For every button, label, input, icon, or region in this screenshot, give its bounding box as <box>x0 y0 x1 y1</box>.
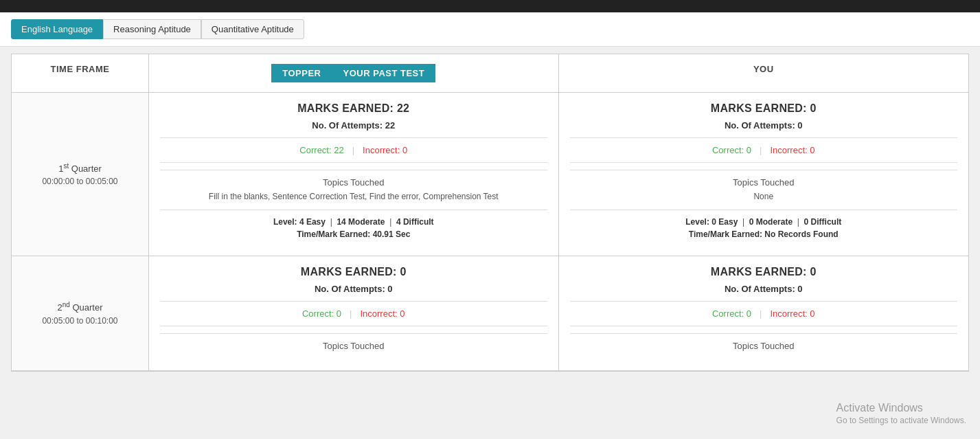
you-correct-incorrect-2: Correct: 0 | Incorrect: 0 <box>570 301 958 326</box>
topper-topics-1: Topics Touched Fill in the blanks, Sente… <box>160 170 547 210</box>
tab-english[interactable]: English Language <box>11 19 103 39</box>
you-divider-1: | <box>760 145 762 155</box>
topper-cell-1: MARKS EARNED: 22 No. Of Attempts: 22 Cor… <box>149 93 559 256</box>
topper-topics-title-1: Topics Touched <box>160 177 547 188</box>
time-cell-1: 1st Quarter 00:00:00 to 00:05:00 <box>12 93 149 256</box>
topper-incorrect-2: Incorrect: 0 <box>360 308 404 319</box>
you-correct-incorrect-1: Correct: 0 | Incorrect: 0 <box>570 137 958 163</box>
you-topics-1: Topics Touched None <box>570 170 958 210</box>
topper-attempts-2: No. Of Attempts: 0 <box>160 284 547 294</box>
quarter-1-suffix: st <box>63 162 69 170</box>
time-range-2: 00:05:00 to 00:10:00 <box>42 316 117 326</box>
you-divider-2: | <box>760 308 762 319</box>
you-correct-2: Correct: 0 <box>712 308 751 319</box>
header-time-frame: TIME FRAME <box>12 54 149 92</box>
data-row-2: 2nd Quarter 00:05:00 to 00:10:00 MARKS E… <box>12 256 968 371</box>
you-correct-1: Correct: 0 <box>712 145 751 155</box>
topper-correct-incorrect-1: Correct: 22 | Incorrect: 0 <box>160 137 547 163</box>
you-incorrect-1: Incorrect: 0 <box>770 145 814 155</box>
time-range-1: 00:00:00 to 00:05:00 <box>42 177 117 186</box>
topper-correct-1: Correct: 22 <box>299 145 343 155</box>
you-cell-1: MARKS EARNED: 0 No. Of Attempts: 0 Corre… <box>559 93 969 256</box>
top-bar <box>0 0 980 12</box>
topper-level-text-1: Level: 4 Easy | 14 Moderate | 4 Difficul… <box>160 217 547 227</box>
header-row: TIME FRAME TOPPER YOUR PAST TEST YOU <box>12 54 968 93</box>
you-cell-2: MARKS EARNED: 0 No. Of Attempts: 0 Corre… <box>559 256 969 370</box>
you-marks-1: MARKS EARNED: 0 <box>570 102 958 115</box>
topper-time-mark-1: Time/Mark Earned: 40.91 Sec <box>160 229 547 239</box>
topper-cell-2: MARKS EARNED: 0 No. Of Attempts: 0 Corre… <box>149 256 559 370</box>
topper-incorrect-1: Incorrect: 0 <box>363 145 407 155</box>
topper-label: TOPPER <box>271 64 332 82</box>
you-incorrect-2: Incorrect: 0 <box>770 308 814 319</box>
you-level-text-1: Level: 0 Easy | 0 Moderate | 0 Difficult <box>570 217 958 227</box>
topper-correct-2: Correct: 0 <box>302 308 341 319</box>
topper-attempts-1: No. Of Attempts: 22 <box>160 120 547 131</box>
header-you: YOU <box>559 54 969 92</box>
data-row-1: 1st Quarter 00:00:00 to 00:05:00 MARKS E… <box>12 93 968 256</box>
quarter-2-label: 2nd Quarter <box>57 301 102 313</box>
main-table: TIME FRAME TOPPER YOUR PAST TEST YOU 1st… <box>11 54 969 372</box>
you-attempts-1: No. Of Attempts: 0 <box>570 120 958 131</box>
tabs-container: English LanguageReasoning AptitudeQuanti… <box>0 12 980 47</box>
topper-marks-2: MARKS EARNED: 0 <box>160 266 547 278</box>
you-topics-title-1: Topics Touched <box>570 177 958 188</box>
topper-topics-list-1: Fill in the blanks, Sentence Correction … <box>160 190 547 203</box>
topper-topics-title-2: Topics Touched <box>160 341 547 351</box>
quarter-1-label: 1st Quarter <box>58 162 102 174</box>
topper-level-1: Level: 4 Easy | 14 Moderate | 4 Difficul… <box>160 210 547 246</box>
you-topics-title-2: Topics Touched <box>570 341 958 351</box>
past-test-label: YOUR PAST TEST <box>332 64 436 82</box>
divider-1: | <box>352 145 354 155</box>
tab-quantitative[interactable]: Quantitative Aptitude <box>201 19 304 39</box>
you-attempts-2: No. Of Attempts: 0 <box>570 284 958 294</box>
tab-reasoning[interactable]: Reasoning Aptitude <box>103 19 201 39</box>
topper-correct-incorrect-2: Correct: 0 | Incorrect: 0 <box>160 301 547 326</box>
you-topics-2: Topics Touched <box>570 333 958 361</box>
time-cell-2: 2nd Quarter 00:05:00 to 00:10:00 <box>12 256 149 370</box>
topper-topics-2: Topics Touched <box>160 333 547 361</box>
you-time-mark-1: Time/Mark Earned: No Records Found <box>570 229 958 239</box>
you-topics-list-1: None <box>570 190 958 203</box>
divider-2: | <box>350 308 352 319</box>
quarter-2-suffix: nd <box>62 301 70 308</box>
you-marks-2: MARKS EARNED: 0 <box>570 266 958 278</box>
topper-marks-1: MARKS EARNED: 22 <box>160 102 547 115</box>
header-topper-you: TOPPER YOUR PAST TEST <box>149 54 559 92</box>
you-level-1: Level: 0 Easy | 0 Moderate | 0 Difficult… <box>570 210 958 246</box>
